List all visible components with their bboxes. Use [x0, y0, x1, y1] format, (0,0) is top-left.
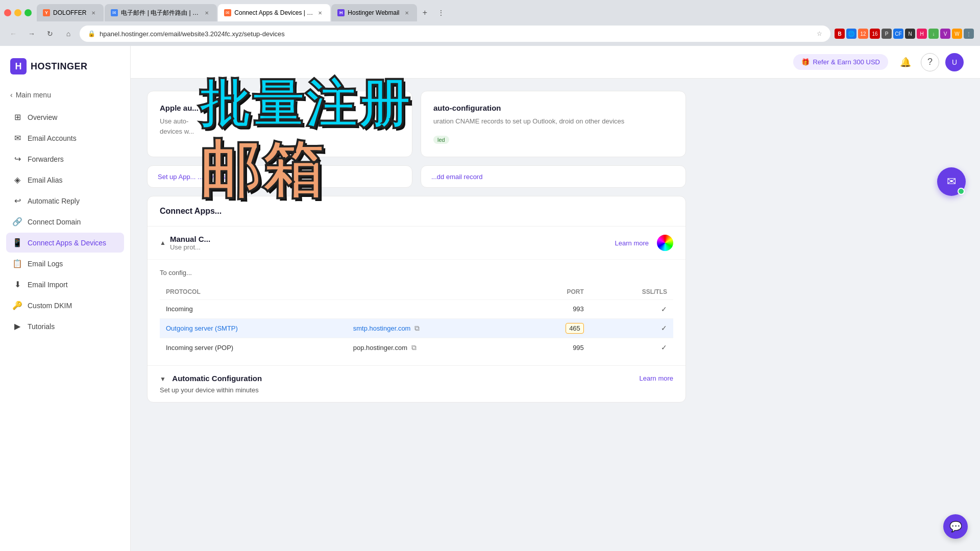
forwarders-icon: ↪	[12, 154, 22, 164]
new-tab-button[interactable]: +	[418, 6, 432, 20]
sidebar-item-automatic-reply[interactable]: ↩ Automatic Reply	[6, 191, 124, 211]
back-button[interactable]: ←	[6, 27, 20, 41]
copy-smtp-button[interactable]: ⧉	[414, 324, 420, 332]
user-avatar[interactable]: U	[945, 53, 964, 71]
sidebar-item-connect-domain[interactable]: 🔗 Connect Domain	[6, 212, 124, 232]
email-accounts-icon: ✉	[12, 133, 22, 143]
copy-pop-button[interactable]: ⧉	[411, 343, 416, 352]
ext-translate[interactable]: 🌐	[846, 29, 856, 39]
email-logs-icon: 📋	[12, 259, 22, 268]
reload-button[interactable]: ↻	[43, 27, 57, 41]
sidebar-item-forwarders[interactable]: ↪ Forwarders	[6, 149, 124, 169]
ext-1[interactable]: 12	[858, 29, 868, 39]
col-ssl: SSL/TLS	[590, 284, 673, 300]
floating-mail-container: ✉	[937, 167, 966, 196]
ext-9[interactable]: W	[952, 29, 962, 39]
sidebar-item-connect-apps[interactable]: 📱 Connect Apps & Devices	[6, 233, 124, 253]
extension-icons: B 🌐 12 16 P CF N H ↓ V W ⋮	[835, 29, 974, 39]
row-type-incoming: Incoming	[160, 299, 347, 318]
logo-icon: H	[10, 58, 27, 74]
forward-button[interactable]: →	[24, 27, 39, 41]
tab-doloffer[interactable]: Y DOLOFFER ✕	[37, 4, 104, 21]
hostinger-logo: H HOSTINGER	[10, 58, 88, 74]
setup-links-row: Set up App... ...devices ...dd email rec…	[147, 165, 686, 188]
window-maximize-btn[interactable]	[24, 9, 32, 16]
apple-auto-desc: Use auto-devices w...	[160, 116, 400, 136]
sidebar-item-email-import[interactable]: ⬇ Email Import	[6, 274, 124, 294]
sidebar-item-overview[interactable]: ⊞ Overview	[6, 107, 124, 127]
sidebar-label-forwarders: Forwarders	[28, 155, 64, 163]
email-alias-icon: ◈	[12, 175, 22, 185]
content-area: Apple au... Use auto-devices w... auto-c…	[131, 79, 702, 423]
manual-config-body: To config... Protocol Port SSL/TLS	[148, 260, 685, 365]
tutorials-icon: ▶	[12, 321, 22, 331]
nav-bar: ← → ↻ ⌂ 🔒 hpanel.hostinger.com/email/web…	[0, 21, 980, 46]
auto-config-section: ▼ Automatic Configuration Learn more Set…	[148, 365, 685, 402]
ext-2[interactable]: 16	[870, 29, 880, 39]
back-label: Main menu	[16, 91, 51, 99]
ext-7[interactable]: ↓	[928, 29, 939, 39]
sidebar-item-custom-dkim[interactable]: 🔑 Custom DKIM	[6, 295, 124, 315]
app-header: 🎁 Refer & Earn 300 USD 🔔 ? U	[131, 46, 980, 79]
tab-connect-apps[interactable]: ✉ Connect Apps & Devices | Ho... ✕	[218, 4, 330, 21]
color-wheel-decoration	[657, 235, 673, 251]
automatic-reply-icon: ↩	[12, 196, 22, 206]
tab-email-cn[interactable]: ✉ 电子邮件 | 电子邮件路由 | 路... ✕	[105, 4, 217, 21]
sidebar-label-overview: Overview	[28, 113, 57, 121]
ext-8[interactable]: V	[940, 29, 950, 39]
connect-apps-section: Connect Apps... ▲ Manual C... Use prot..…	[147, 196, 686, 403]
row-port-incoming: 993	[522, 299, 590, 318]
row-ssl-outgoing: ✓	[590, 318, 673, 338]
col-port: Port	[522, 284, 590, 300]
auto-config-title: auto-configuration	[433, 104, 673, 112]
sidebar-item-email-logs[interactable]: 📋 Email Logs	[6, 254, 124, 273]
sidebar-item-email-alias[interactable]: ◈ Email Alias	[6, 170, 124, 190]
manual-config-learn-more[interactable]: Learn more	[615, 239, 649, 247]
home-button[interactable]: ⌂	[61, 27, 76, 41]
ext-3[interactable]: P	[881, 29, 892, 39]
sidebar-header: H HOSTINGER	[0, 54, 130, 87]
back-to-main-menu[interactable]: ‹ Main menu	[0, 87, 130, 103]
smtp-server-link[interactable]: smtp.hostinger.com	[353, 324, 411, 332]
top-cards-row: Apple au... Use auto-devices w... auto-c…	[147, 91, 686, 157]
tab-close-webmail[interactable]: ✕	[403, 9, 411, 17]
help-button[interactable]: ?	[921, 53, 939, 71]
auto-config-desc: uration CNAME records to set up Outlook,…	[433, 116, 673, 127]
sidebar-label-connect-apps: Connect Apps & Devices	[28, 239, 106, 247]
sidebar-nav: ⊞ Overview ✉ Email Accounts ↪ Forwarders…	[0, 103, 130, 340]
sidebar-label-automatic-reply: Automatic Reply	[28, 197, 80, 205]
add-email-record-link[interactable]: ...dd email record	[431, 173, 482, 181]
mail-notification-dot	[958, 188, 965, 195]
refer-earn-button[interactable]: 🎁 Refer & Earn 300 USD	[793, 54, 888, 70]
ext-5[interactable]: N	[905, 29, 915, 39]
ext-4[interactable]: CF	[893, 29, 903, 39]
setup-app-link[interactable]: Set up App... ...devices	[158, 173, 226, 181]
ext-brave[interactable]: B	[835, 29, 845, 39]
manual-config-header[interactable]: ▲ Manual C... Use prot... Learn more	[148, 227, 685, 260]
sidebar-item-tutorials[interactable]: ▶ Tutorials	[6, 316, 124, 336]
status-badge: led	[433, 136, 449, 144]
auto-config-card: auto-configuration uration CNAME records…	[421, 91, 686, 157]
tab-close-connect-apps[interactable]: ✕	[316, 9, 324, 17]
tab-close-email-cn[interactable]: ✕	[203, 9, 211, 17]
tab-overflow[interactable]: ⋮	[433, 9, 449, 17]
auto-config-title: Automatic Configuration	[172, 374, 262, 383]
ext-10[interactable]: ⋮	[964, 29, 974, 39]
manual-config-title: Manual C...	[170, 235, 611, 243]
tab-close-doloffer[interactable]: ✕	[89, 9, 97, 17]
window-close-btn[interactable]	[4, 9, 11, 16]
auto-config-learn-more[interactable]: Learn more	[640, 374, 673, 382]
sidebar-item-email-accounts[interactable]: ✉ Email Accounts	[6, 128, 124, 148]
row-server-pop: pop.hostinger.com ⧉	[347, 338, 522, 357]
window-minimize-btn[interactable]	[14, 9, 21, 16]
row-port-pop: 995	[522, 338, 590, 357]
email-import-icon: ⬇	[12, 280, 22, 289]
connect-apps-section-header: Connect Apps...	[148, 196, 685, 227]
auto-config-collapsible-header[interactable]: ▼ Automatic Configuration Learn more	[160, 374, 673, 383]
ext-6[interactable]: H	[917, 29, 927, 39]
tab-webmail[interactable]: H Hostinger Webmail ✕	[331, 4, 416, 21]
notification-button[interactable]: 🔔	[896, 53, 915, 71]
url-bar[interactable]: 🔒 hpanel.hostinger.com/email/website3.20…	[80, 26, 830, 42]
chat-support-button[interactable]: 💬	[943, 514, 968, 539]
auto-config-desc-text: Set up your device within minutes	[160, 386, 673, 394]
